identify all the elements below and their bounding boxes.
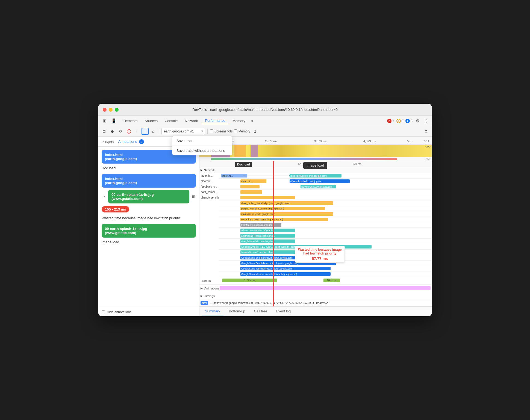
error-icon: ✕: [387, 119, 391, 123]
reload-button[interactable]: ↺: [117, 128, 124, 135]
tab-network[interactable]: Network: [182, 118, 201, 124]
gear-settings-button[interactable]: ⚙: [422, 128, 429, 135]
panel-toggle-button[interactable]: ⊡: [101, 128, 108, 135]
timeline-ruler: 1,879 ms 2,879 ms 3,879 ms 4,879 ms 5,8 …: [199, 137, 432, 145]
ruler-label-2879: 2,879 ms: [265, 140, 277, 143]
home-button[interactable]: ⌂: [150, 128, 157, 135]
screenshots-checkbox[interactable]: [210, 129, 213, 133]
network-row-all1p: All1PIcons-Regular.otf (earth....: [219, 228, 432, 233]
frames-time2: 16.6 ms: [327, 279, 337, 282]
arrow-right-icon: →: [102, 194, 106, 199]
annotation-card-splash2[interactable]: 00-earth-splash-1x-ltr.jpg(www.gstatic.c…: [102, 224, 196, 238]
save-dropdown-menu: Save trace Save trace without annotation…: [172, 136, 232, 155]
bar-hats: [240, 190, 262, 194]
network-row-feedback: feedback_c... lazy.min.js (www.gstatic.c…: [219, 184, 432, 190]
ruler-label-4879: 4,879 ms: [363, 140, 376, 143]
clear-button[interactable]: 🚫: [125, 128, 132, 135]
memory-checkbox[interactable]: [234, 129, 237, 133]
row-label-feedback: feedback_c...: [201, 185, 217, 188]
error-badge: ✕ 1: [387, 119, 394, 123]
time-range-badge: 155 - 213 ms: [102, 206, 129, 212]
ruler-label-58: 5,8: [407, 140, 411, 143]
network-section-label: Network: [204, 168, 215, 172]
maximize-button[interactable]: [115, 108, 119, 112]
memory-label: Memory: [238, 129, 250, 133]
wasted-line1: Wasted time because image: [298, 248, 342, 252]
bottom-tab-summary[interactable]: Summary: [202, 307, 223, 315]
network-row-sans-medium: GoogleSans-Medium.nohints.ttf (earth.goo…: [219, 271, 432, 277]
timings-label-text: Timings: [204, 294, 215, 298]
hide-annotations-row: Hide annotations: [98, 308, 199, 316]
mini-graphs: CPU NET: [199, 145, 432, 161]
url-select-wrapper: earth.google.com #1 ▼: [161, 128, 205, 135]
record-button[interactable]: ⏺: [109, 128, 116, 135]
delete-annotation-button[interactable]: 🗑: [192, 194, 196, 199]
wasted-time-annotation: Wasted time because image had low fetch …: [295, 246, 345, 263]
bar-sans-italic: GoogleSans-Italic.nohints.ttf (earth.goo…: [240, 267, 331, 270]
bottom-tab-eventlog[interactable]: Event log: [273, 307, 294, 315]
save-trace-no-annotations-item[interactable]: Save trace without annotations: [172, 146, 232, 155]
frames-bar2: 16.6 ms: [323, 279, 340, 282]
memory-checkbox-label[interactable]: Memory: [234, 129, 250, 133]
time-indicator: [273, 161, 274, 306]
info-icon: ℹ: [405, 119, 410, 123]
bar-materialext: MaterialIcons-Extended.ttf (e...: [240, 250, 295, 254]
bar-earthicons: EarthIcons-Regular.otf (earth...: [240, 234, 295, 238]
tab-elements[interactable]: Elements: [119, 118, 141, 124]
hide-annotations-checkbox[interactable]: [102, 310, 105, 314]
upload-button[interactable]: ↑: [133, 128, 140, 135]
download-button[interactable]: ⬇: [142, 128, 149, 135]
bottom-tab-calltree[interactable]: Call tree: [251, 307, 270, 315]
bar-drive: drive_picker_compiled.js (earth.google.c…: [240, 201, 333, 205]
minimize-button[interactable]: [109, 108, 113, 112]
error-count: 1: [392, 119, 394, 123]
url-select[interactable]: earth.google.com #1: [161, 128, 205, 135]
tab-performance[interactable]: Performance: [202, 117, 228, 124]
more-tabs-icon[interactable]: »: [249, 118, 255, 124]
tab-console[interactable]: Console: [161, 118, 181, 124]
annotation-card-indexhtml-text: index.html(earth.google.com): [105, 153, 137, 161]
separator2: [207, 129, 208, 134]
annotation-card-splash[interactable]: 00-earth-splash-1x-ltr.jpg(www.gstatic.c…: [108, 190, 189, 203]
network-timeline[interactable]: 79 ms 129 ms 179 ms Doc load Image load …: [199, 161, 432, 306]
time-badge-wrapper: 155 - 213 ms: [102, 206, 196, 214]
bar-earth: earthplugin_web.js (earth.google.com): [240, 218, 328, 221]
bar-plugins: plugins_compiled.js (earth.google.com): [240, 207, 325, 210]
close-button[interactable]: [103, 108, 107, 112]
info-badge: ℹ 3: [405, 119, 413, 123]
animations-bar-area: [220, 286, 431, 291]
save-trace-item[interactable]: Save trace: [172, 136, 232, 146]
network-row-earth: earthplugin_web.js (earth.google.com): [219, 217, 432, 222]
frames-time1: 133.5 ms: [244, 279, 255, 282]
settings-icon[interactable]: ⚙: [415, 117, 421, 125]
tab-insights[interactable]: Insights: [102, 138, 114, 146]
tab-annotations[interactable]: Annotations 2: [118, 138, 144, 146]
bottom-tab-bottomup[interactable]: Bottom-up: [226, 307, 249, 315]
screenshots-checkbox-label[interactable]: Screenshots: [210, 129, 233, 133]
screenshot-capture-button[interactable]: 🖥: [251, 128, 258, 135]
nav-badge: Nav: [201, 301, 208, 305]
more-options-icon[interactable]: ⋮: [423, 117, 429, 125]
hide-annotations-label: Hide annotations: [107, 310, 131, 314]
right-panel: 1,879 ms 2,879 ms 3,879 ms 4,879 ms 5,8 …: [199, 137, 432, 316]
annotation-card-splash2-text: 00-earth-splash-1x-ltr.jpg(www.gstatic.c…: [105, 227, 147, 235]
window-title: DevTools - earth.google.com/static/multi…: [192, 108, 337, 112]
tab-memory[interactable]: Memory: [229, 118, 249, 124]
frames-label-text: Frames: [201, 279, 211, 282]
network-row-drive: drive_picker_compiled.js (earth.google.c…: [219, 200, 432, 206]
nav-url: — https://earth.google.com/web/©0...0.02…: [210, 301, 328, 304]
bar-feedback: [240, 185, 260, 188]
animations-row: ▶ Animations: [199, 285, 432, 292]
network-triangle-icon: ▶: [201, 168, 203, 171]
tab-sources[interactable]: Sources: [141, 118, 161, 124]
bottom-rows: Frames 133.5 ms 16.6 ms: [199, 277, 432, 300]
annotation-card-indexhtml2[interactable]: index.html(earth.google.com): [102, 174, 196, 188]
nav-row: Nav — https://earth.google.com/web/©0...…: [199, 300, 432, 306]
left-panel-content: index.html(earth.google.com) Doc load in…: [98, 147, 199, 308]
doc-load-label: Doc load: [102, 166, 196, 171]
badge-area: ✕ 1 ⚠ 8 ℹ 3 ⚙ ⋮: [387, 117, 429, 125]
device-icon[interactable]: 📱: [109, 117, 119, 125]
inspector-icon[interactable]: ⊞: [101, 117, 108, 125]
network-row-plugins: plugins_compiled.js (earth.google.com): [219, 206, 432, 211]
annotation-card-indexhtml2-text: index.html(earth.google.com): [105, 177, 137, 185]
